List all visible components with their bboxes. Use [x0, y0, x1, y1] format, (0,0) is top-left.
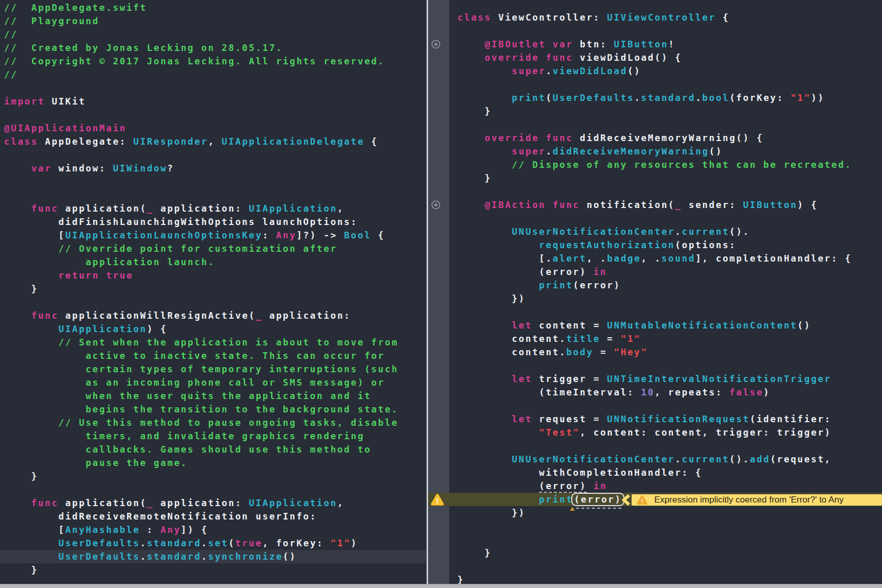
code-line: didFinishLaunchingWithOptions launchOpti… [0, 215, 427, 229]
code-line: timers, and invalidate graphics renderin… [0, 429, 427, 443]
code-line: [AnyHashable : Any]) { [0, 523, 427, 537]
warning-banner-text: Expression implicitly coerced from 'Erro… [654, 495, 843, 505]
code-line [0, 483, 427, 496]
svg-text:!: ! [641, 497, 643, 505]
code-line: "Test", content: content, trigger: trigg… [449, 426, 882, 439]
code-line: as an incoming phone call or SMS message… [0, 376, 427, 389]
warning-icon[interactable]: ! [430, 493, 445, 506]
code-line [449, 78, 882, 91]
code-line: requestAuthorization(options: [449, 238, 882, 252]
code-line: (error) in [449, 479, 882, 493]
code-line: [.alert, .badge, .sound], completionHand… [449, 252, 882, 265]
code-line: super.didReceiveMemoryWarning() [449, 145, 882, 158]
code-line: // Use this method to pause ongoing task… [0, 416, 427, 429]
horizontal-scrollbar[interactable] [0, 584, 882, 588]
code-line: UIApplication) { [0, 322, 427, 336]
code-line: UserDefaults.standard.set(true, forKey: … [0, 537, 427, 550]
code-line: content.title = "1" [449, 332, 882, 345]
fixit-pointer-icon [570, 507, 575, 511]
code-line: } [449, 105, 882, 118]
code-line: when the user quits the application and … [0, 389, 427, 403]
code-line: return true [0, 269, 427, 282]
code-line [449, 439, 882, 453]
code-line [0, 296, 427, 309]
code-line: // Override point for customization afte… [0, 242, 427, 255]
code-line: // Playground [0, 14, 427, 28]
code-line: begins the transition to the background … [0, 403, 427, 416]
code-line: func applicationWillResignActive(_ appli… [0, 309, 427, 322]
code-line: let request = UNNotificationRequest(iden… [449, 412, 882, 426]
code-line: override func viewDidLoad() { [449, 51, 882, 64]
code-line [0, 188, 427, 202]
code-line: override func didReceiveMemoryWarning() … [449, 131, 882, 145]
code-line: } [0, 282, 427, 296]
code-line: UserDefaults.standard.synchronize() [0, 550, 427, 563]
code-line [449, 305, 882, 319]
code-line: // [0, 28, 427, 41]
code-line: class ViewController: UIViewController { [449, 11, 882, 24]
code-line [449, 24, 882, 38]
code-line: [UIApplicationLaunchOptionsKey: Any]?) -… [0, 229, 427, 242]
code-line: // Sent when the application is about to… [0, 336, 427, 349]
warning-banner[interactable]: ! Expression implicitly coerced from 'Er… [632, 494, 882, 506]
left-code: // AppDelegate.swift// Playground//// Cr… [0, 1, 427, 577]
code-line: // Dispose of any resources that can be … [449, 158, 882, 171]
code-line [449, 533, 882, 546]
svg-text:!: ! [436, 497, 439, 505]
warning-chevron-icon [621, 494, 630, 506]
right-editor-gutter: ! [428, 0, 449, 584]
ib-connection-indicator-icon[interactable] [431, 200, 440, 210]
code-line: func application(_ application: UIApplic… [0, 202, 427, 215]
code-line: pause the game. [0, 456, 427, 470]
code-line: } [0, 563, 427, 577]
code-line: active to inactive state. This can occur… [0, 349, 427, 362]
code-line: // AppDelegate.swift [0, 1, 427, 14]
code-line: }) [449, 506, 882, 520]
code-line [449, 359, 882, 372]
code-line: (timeInterval: 10, repeats: false) [449, 386, 882, 399]
code-line: content.body = "Hey" [449, 345, 882, 359]
code-line [0, 148, 427, 162]
code-line: class AppDelegate: UIResponder, UIApplic… [0, 135, 427, 148]
code-line: } [449, 573, 882, 584]
code-line: didReceiveRemoteNotification userInfo: [0, 510, 427, 523]
code-line [449, 399, 882, 412]
left-editor-pane[interactable]: // AppDelegate.swift// Playground//// Cr… [0, 0, 427, 584]
pane-splitter[interactable] [427, 0, 428, 588]
code-line: import UIKit [0, 95, 427, 108]
code-line: let content = UNMutableNotificationConte… [449, 319, 882, 332]
code-line: // Copyright © 2017 Jonas Lecking. All r… [0, 55, 427, 68]
code-line: // [0, 68, 427, 81]
code-line: withCompletionHandler: { [449, 466, 882, 479]
code-line [449, 212, 882, 225]
code-line: @IBOutlet var btn: UIButton! [449, 38, 882, 51]
code-line [449, 520, 882, 533]
code-line: UNUserNotificationCenter.current().add(r… [449, 453, 882, 466]
code-line [0, 108, 427, 122]
code-line: }) [449, 292, 882, 305]
code-line [449, 185, 882, 198]
code-line: certain types of temporary interruptions… [0, 362, 427, 376]
code-line: let trigger = UNTimeIntervalNotification… [449, 372, 882, 386]
warning-triangle-icon: ! [636, 495, 648, 505]
code-line: application launch. [0, 255, 427, 269]
code-line: print(error) [449, 279, 882, 292]
code-line: func application(_ application: UIApplic… [0, 496, 427, 510]
code-line: } [449, 546, 882, 560]
code-line: // Created by Jonas Lecking on 28.05.17. [0, 41, 427, 55]
code-line: var window: UIWindow? [0, 162, 427, 175]
code-line [449, 560, 882, 573]
code-line: print(UserDefaults.standard.bool(forKey:… [449, 91, 882, 105]
code-line: } [0, 470, 427, 483]
ib-connection-indicator-icon[interactable] [431, 40, 440, 49]
code-line: callbacks. Games should use this method … [0, 443, 427, 456]
code-line [0, 81, 427, 95]
code-line [449, 118, 882, 131]
code-line [0, 175, 427, 188]
code-line: UNUserNotificationCenter.current(). [449, 225, 882, 238]
code-line: @IBAction func notification(_ sender: UI… [449, 198, 882, 212]
code-line: (error) in [449, 265, 882, 279]
fixit-dashed-underline [576, 508, 621, 509]
code-line: super.viewDidLoad() [449, 64, 882, 78]
code-line: } [449, 171, 882, 185]
